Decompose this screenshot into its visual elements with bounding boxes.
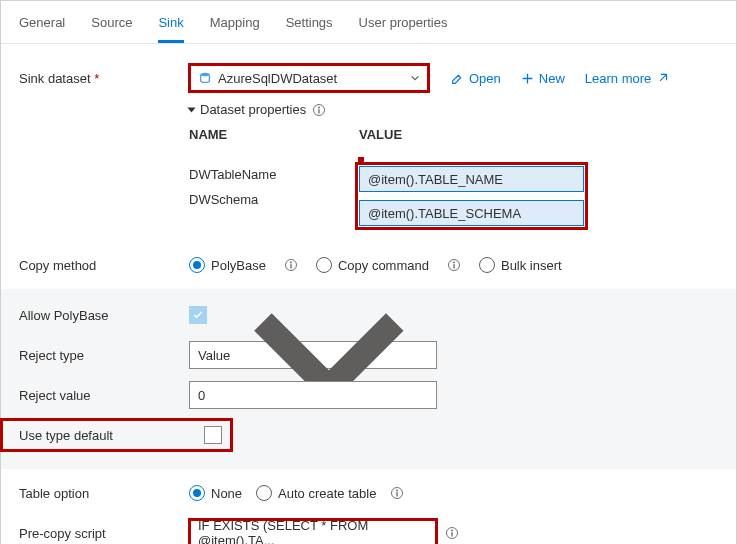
label-copy-method: Copy method	[19, 258, 189, 273]
tab-source[interactable]: Source	[91, 11, 132, 43]
pencil-icon	[451, 72, 464, 85]
label-allow-polybase: Allow PolyBase	[19, 308, 189, 323]
tab-user-properties[interactable]: User properties	[359, 11, 448, 43]
svg-point-11	[397, 490, 399, 492]
ds-props-title: Dataset properties	[200, 102, 306, 117]
collapse-icon[interactable]	[188, 107, 196, 112]
radio-table-auto-create[interactable]: Auto create table	[256, 485, 376, 501]
prop-value-input[interactable]: @item().TABLE_SCHEMA	[359, 200, 584, 226]
tab-general[interactable]: General	[19, 11, 65, 43]
learn-more-link[interactable]: Learn more	[585, 71, 669, 86]
open-dataset-link[interactable]: Open	[451, 71, 501, 86]
svg-rect-15	[451, 532, 452, 536]
plus-icon	[521, 72, 534, 85]
sink-dataset-dropdown[interactable]: AzureSqlDWDataset	[189, 64, 429, 92]
info-icon[interactable]	[390, 486, 404, 500]
external-link-icon	[656, 72, 669, 85]
tab-bar: General Source Sink Mapping Settings Use…	[1, 1, 736, 44]
tab-mapping[interactable]: Mapping	[210, 11, 260, 43]
svg-point-8	[453, 262, 455, 264]
polybase-settings: Allow PolyBase Reject type Value Reject …	[1, 289, 736, 469]
svg-point-0	[201, 73, 210, 77]
svg-rect-3	[319, 109, 320, 113]
radio-table-none[interactable]: None	[189, 485, 242, 501]
tab-settings[interactable]: Settings	[286, 11, 333, 43]
dataset-icon	[198, 71, 212, 85]
chevron-down-icon	[410, 73, 420, 83]
checkbox-allow-polybase[interactable]	[189, 306, 207, 324]
prop-value-input[interactable]: @item().TABLE_NAME	[359, 166, 584, 192]
label-reject-type: Reject type	[19, 348, 189, 363]
svg-point-14	[451, 530, 453, 532]
reject-type-select[interactable]: Value	[189, 341, 437, 369]
chevron-down-icon	[230, 256, 428, 454]
radio-bulk-insert[interactable]: Bulk insert	[479, 257, 562, 273]
svg-rect-9	[453, 264, 454, 268]
info-icon[interactable]	[312, 103, 326, 117]
sink-dataset-value: AzureSqlDWDataset	[218, 71, 337, 86]
label-use-type-default: Use type default	[19, 428, 204, 443]
label-precopy-script: Pre-copy script	[19, 526, 189, 541]
dataset-properties: Dataset properties NAME VALUE DWTableNam…	[189, 102, 718, 207]
tab-sink[interactable]: Sink	[158, 11, 183, 43]
info-icon[interactable]	[447, 258, 461, 272]
new-dataset-link[interactable]: New	[521, 71, 565, 86]
reject-value-input[interactable]: 0	[189, 381, 437, 409]
label-reject-value: Reject value	[19, 388, 189, 403]
svg-rect-12	[397, 492, 398, 496]
precopy-script-input[interactable]: IF EXISTS (SELECT * FROM @item().TA...	[189, 519, 437, 544]
prop-name: DWTableName	[189, 167, 359, 182]
svg-point-2	[318, 106, 320, 108]
col-header-name: NAME	[189, 127, 359, 142]
info-icon[interactable]	[445, 526, 459, 540]
label-sink-dataset: Sink dataset *	[19, 71, 189, 86]
checkbox-use-type-default[interactable]	[204, 426, 222, 444]
col-header-value: VALUE	[359, 127, 594, 142]
label-table-option: Table option	[19, 486, 189, 501]
prop-name: DWSchema	[189, 192, 359, 207]
